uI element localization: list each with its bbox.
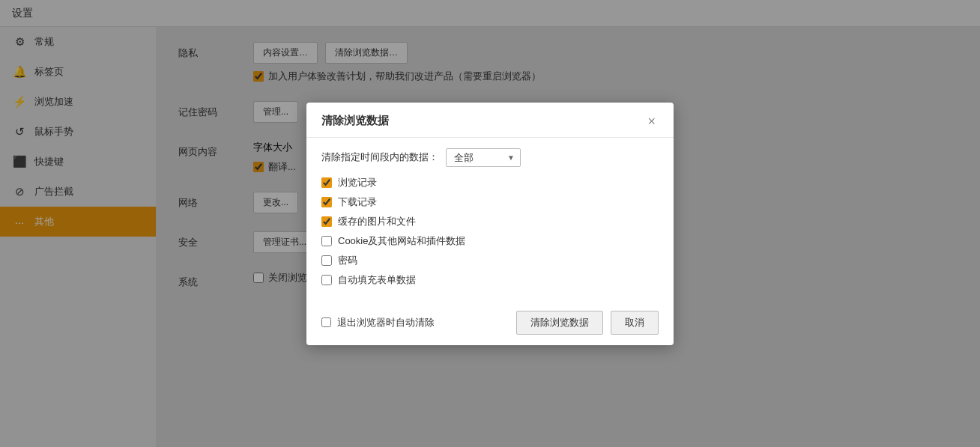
dialog-header: 清除浏览数据 ×: [306, 103, 674, 138]
time-range-label: 清除指定时间段内的数据：: [321, 150, 438, 164]
checkbox-cache-label: 缓存的图片和文件: [338, 215, 416, 228]
checkbox-history-row: 浏览记录: [321, 176, 659, 189]
checkbox-cache[interactable]: [321, 216, 332, 227]
checkbox-passwords-label: 密码: [338, 254, 357, 267]
checkbox-autofill-row: 自动填充表单数据: [321, 273, 659, 287]
footer-right: 清除浏览数据 取消: [516, 311, 659, 335]
time-range-select-wrapper: 全部 最近一小时 今天 过去一周 过去四周 ▼: [446, 148, 521, 167]
time-range-select[interactable]: 全部 最近一小时 今天 过去一周 过去四周: [446, 148, 521, 167]
checkbox-history[interactable]: [321, 177, 332, 188]
exit-clear-label: 退出浏览器时自动清除: [337, 316, 435, 329]
confirm-clear-button[interactable]: 清除浏览数据: [516, 311, 603, 335]
checkbox-cookies[interactable]: [321, 236, 332, 246]
dialog-footer: 退出浏览器时自动清除 清除浏览数据 取消: [306, 303, 674, 345]
checkbox-downloads-row: 下载记录: [321, 195, 659, 209]
checkbox-cookies-label: Cookie及其他网站和插件数据: [338, 234, 465, 248]
cancel-button[interactable]: 取消: [611, 311, 659, 335]
exit-clear-checkbox[interactable]: [321, 317, 331, 327]
checkbox-passwords[interactable]: [321, 255, 332, 266]
checkbox-downloads[interactable]: [321, 197, 332, 207]
clear-data-dialog: 清除浏览数据 × 清除指定时间段内的数据： 全部 最近一小时 今天 过去一周 过…: [306, 103, 674, 345]
checkbox-history-label: 浏览记录: [338, 176, 377, 189]
dialog-close-button[interactable]: ×: [644, 113, 659, 130]
checkbox-cookies-row: Cookie及其他网站和插件数据: [321, 234, 659, 248]
time-range-row: 清除指定时间段内的数据： 全部 最近一小时 今天 过去一周 过去四周 ▼: [321, 148, 659, 167]
dialog-body: 清除指定时间段内的数据： 全部 最近一小时 今天 过去一周 过去四周 ▼ 浏览记…: [306, 138, 674, 303]
dialog-overlay: 清除浏览数据 × 清除指定时间段内的数据： 全部 最近一小时 今天 过去一周 过…: [0, 0, 980, 447]
footer-left: 退出浏览器时自动清除: [321, 316, 435, 329]
dialog-title: 清除浏览数据: [321, 114, 389, 128]
checkbox-passwords-row: 密码: [321, 254, 659, 267]
checkbox-autofill[interactable]: [321, 275, 332, 285]
checkbox-cache-row: 缓存的图片和文件: [321, 215, 659, 228]
checkbox-downloads-label: 下载记录: [338, 195, 377, 209]
checkbox-autofill-label: 自动填充表单数据: [338, 273, 416, 287]
